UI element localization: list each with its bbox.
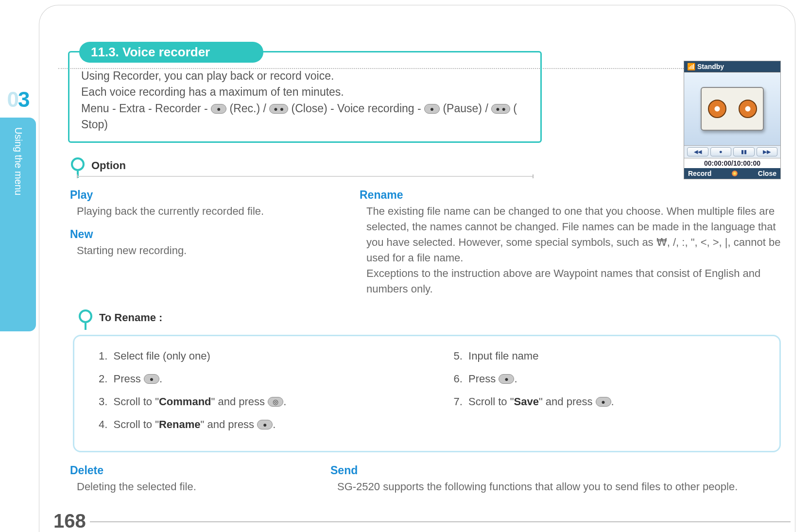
chapter-number: 03 (0, 87, 36, 112)
intro-line-2: Each voice recording has a maximum of te… (81, 84, 529, 100)
step-2: 2. Press ●. (99, 371, 439, 387)
content-area: 11.3. Voice recorder Using Recorder, you… (63, 46, 781, 503)
page-number: 168 (53, 510, 86, 532)
rewind-button[interactable]: ◀◀ (687, 147, 708, 156)
steps-left-col: 1. Select file (only one) 2. Press ●. 3.… (99, 348, 439, 439)
option-rule (77, 176, 534, 177)
option-heading-row: Option (70, 157, 781, 174)
options-left-col: Play Playing back the currently recorded… (63, 189, 355, 305)
section-title-pill: 11.3. Voice recorder (79, 42, 263, 63)
phone-transport-controls: ◀◀ ● ▮▮ ▶▶ (684, 145, 780, 158)
record-button[interactable]: ● (710, 147, 732, 156)
send-block: Send SG-2520 supports the following func… (330, 464, 781, 503)
step-7: 7. Scroll to "Save" and press ●. (454, 394, 760, 410)
ok-key-icon: ◎ (268, 397, 283, 407)
phone-screenshot: Standby ◀◀ ● ▮▮ ▶▶ 00:00:00/10:00:00 Rec… (684, 61, 781, 179)
phone-status-bar: Standby (684, 61, 780, 72)
rename-body: The existing file name can be changed to… (366, 204, 781, 296)
play-body: Playing back the currently recorded file… (77, 204, 355, 219)
step-3: 3. Scroll to "Command" and press ◎. (99, 394, 439, 410)
phone-softkey-bar: Record Close (684, 168, 780, 179)
section-intro-box: 11.3. Voice recorder Using Recorder, you… (68, 51, 542, 143)
cassette-reel (739, 100, 757, 118)
send-body: SG-2520 supports the following functions… (337, 479, 781, 495)
left-softkey-label[interactable]: Record (688, 170, 711, 177)
chapter-label: Using the menu (13, 127, 24, 195)
option-heading: Option (91, 159, 126, 172)
send-title: Send (330, 464, 781, 477)
delete-block: Delete Deleting the selected file. (70, 464, 330, 503)
cassette-icon (701, 87, 764, 131)
right-softkey-icon: ● ● (491, 104, 510, 114)
step-1: 1. Select file (only one) (99, 348, 439, 364)
delete-title: Delete (70, 464, 330, 477)
rename-title: Rename (360, 189, 781, 202)
chapter-tab: 03 Using the menu (0, 87, 36, 331)
rename-steps-box: 1. Select file (only one) 2. Press ●. 3.… (73, 335, 781, 452)
section-intro-text: Using Recorder, you can play back or rec… (81, 68, 529, 133)
cassette-reel (708, 100, 726, 118)
left-softkey-icon: ● (211, 104, 226, 114)
left-softkey-icon: ● (144, 374, 159, 384)
new-title: New (70, 228, 355, 241)
pause-button[interactable]: ▮▮ (733, 147, 755, 156)
options-columns: Play Playing back the currently recorded… (63, 189, 781, 305)
play-title: Play (70, 189, 355, 202)
magnifier-icon (78, 309, 94, 326)
center-softkey-icon[interactable] (732, 171, 738, 176)
left-softkey-icon: ● (499, 374, 514, 384)
phone-body (684, 72, 780, 145)
chapter-bar: Using the menu (0, 118, 36, 331)
left-softkey-icon: ● (257, 420, 273, 429)
left-softkey-icon: ● (424, 104, 440, 114)
to-rename-heading: To Rename : (99, 311, 162, 324)
phone-time-display: 00:00:00/10:00:00 (684, 158, 780, 168)
intro-line-1: Using Recorder, you can play back or rec… (81, 68, 529, 84)
lower-options-row: Delete Deleting the selected file. Send … (70, 464, 781, 503)
forward-button[interactable]: ▶▶ (757, 147, 778, 156)
magnifier-icon (70, 157, 86, 174)
delete-body: Deleting the selected file. (77, 479, 330, 495)
right-softkey-label[interactable]: Close (758, 170, 776, 177)
step-4: 4. Scroll to "Rename" and press ●. (99, 416, 439, 432)
left-softkey-icon: ● (596, 397, 611, 407)
step-6: 6. Press ●. (454, 371, 760, 387)
right-softkey-icon: ● ● (269, 104, 288, 114)
steps-right-col: 5. Input file name 6. Press ●. 7. Scroll… (439, 348, 760, 439)
options-right-col: Rename The existing file name can be cha… (355, 189, 781, 305)
bottom-rule (90, 521, 791, 522)
new-body: Starting new recording. (77, 243, 355, 258)
intro-line-3: Menu - Extra - Recorder - ● (Rec.) / ● ●… (81, 101, 529, 133)
step-5: 5. Input file name (454, 348, 760, 364)
to-rename-heading-row: To Rename : (78, 309, 781, 326)
